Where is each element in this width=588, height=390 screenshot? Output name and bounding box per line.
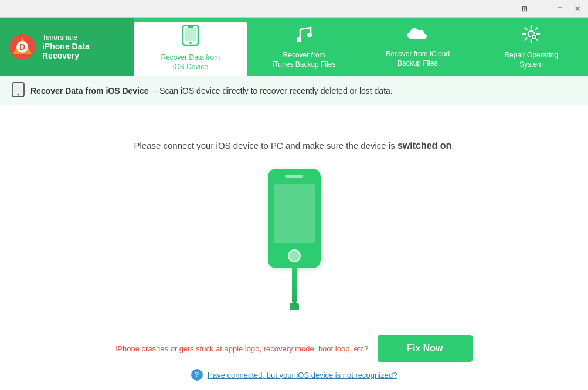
tab-repair-os[interactable]: Repair OperatingSystem [474, 18, 588, 76]
phone-screen [274, 184, 315, 243]
brand-text: Tenorshare iPhone Data Recovery [42, 33, 124, 60]
tab-repair-os-label: Repair OperatingSystem [504, 51, 558, 69]
info-bar-title: Recover Data from iOS Device [30, 86, 149, 95]
window-controls: ⊞ ─ □ ✕ [516, 2, 586, 15]
main-content: Please connect your iOS device to PC and… [0, 105, 588, 326]
info-bar: Recover Data from iOS Device - Scan iOS … [0, 76, 588, 105]
svg-rect-7 [188, 26, 193, 28]
product-name: iPhone Data Recovery [42, 42, 124, 60]
svg-point-8 [297, 37, 301, 42]
brand-logo: D [9, 34, 35, 60]
cloud-icon [407, 26, 428, 45]
svg-rect-15 [14, 85, 22, 94]
phone-body [268, 169, 321, 268]
phone-icon [182, 25, 199, 49]
info-bar-description: - Scan iOS device directly to recover re… [155, 86, 393, 95]
content-area: Recover Data from iOS Device - Scan iOS … [0, 76, 588, 390]
company-name: Tenorshare [42, 33, 124, 42]
fix-now-button[interactable]: Fix Now [378, 335, 472, 362]
usb-cable [292, 268, 297, 303]
nav-tabs: Recover Data fromiOS Device Recover from… [134, 18, 588, 76]
usb-connector [290, 303, 299, 310]
grid-icon-button[interactable]: ⊞ [516, 2, 533, 15]
help-link[interactable]: ? Have connected, but your iOS device is… [191, 369, 397, 381]
phone-home-button [288, 249, 301, 262]
help-link-text: Have connected, but your iOS device is n… [208, 371, 397, 379]
tab-recover-icloud[interactable]: Recover from iCloudBackup Files [361, 18, 475, 76]
help-icon: ? [191, 369, 203, 381]
svg-point-9 [307, 33, 312, 37]
info-phone-icon [12, 82, 25, 99]
svg-rect-5 [185, 28, 196, 41]
crash-message: iPhone crashes or gets stuck at apple lo… [115, 344, 368, 353]
tab-recover-icloud-label: Recover from iCloudBackup Files [386, 50, 450, 68]
app-container: D Tenorshare iPhone Data Recovery [0, 18, 588, 390]
tab-recover-ios[interactable]: Recover Data fromiOS Device [134, 22, 247, 76]
svg-text:D: D [19, 42, 25, 52]
svg-point-16 [18, 94, 19, 96]
connect-instruction: Please connect your iOS device to PC and… [134, 141, 454, 151]
phone-speaker [285, 175, 303, 178]
tab-recover-itunes-label: Recover fromiTunes Backup Files [273, 51, 336, 69]
tab-recover-itunes[interactable]: Recover fromiTunes Backup Files [247, 18, 361, 76]
tab-recover-ios-label: Recover Data fromiOS Device [161, 53, 220, 71]
bottom-bar: iPhone crashes or gets stuck at apple lo… [0, 326, 588, 390]
phone-illustration [268, 169, 321, 310]
music-icon [295, 25, 313, 46]
maximize-button[interactable]: □ [552, 2, 568, 15]
minimize-button[interactable]: ─ [534, 2, 550, 15]
gear-icon [522, 25, 541, 46]
svg-point-6 [189, 42, 192, 44]
title-bar: ⊞ ─ □ ✕ [0, 0, 588, 18]
header: D Tenorshare iPhone Data Recovery [0, 18, 588, 76]
brand-section: D Tenorshare iPhone Data Recovery [0, 18, 134, 76]
close-button[interactable]: ✕ [569, 2, 586, 15]
